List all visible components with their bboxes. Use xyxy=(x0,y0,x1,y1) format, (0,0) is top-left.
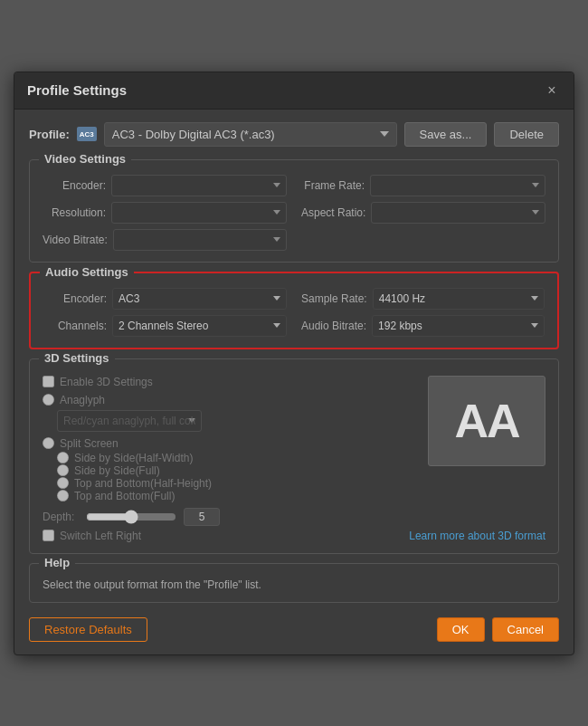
depth-row: Depth: xyxy=(43,508,396,526)
anaglyph-label: Anaglyph xyxy=(60,394,105,406)
3d-left: Enable 3D Settings Anaglyph Red/cyan ana… xyxy=(43,376,396,542)
title-bar: Profile Settings × xyxy=(14,72,574,110)
video-settings-grid: Encoder: Frame Rate: Resolution: Aspect … xyxy=(43,175,545,251)
footer-right: OK Cancel xyxy=(437,617,559,642)
top-bottom-full-radio[interactable] xyxy=(57,490,69,502)
anaglyph-radio[interactable] xyxy=(43,394,54,406)
audio-bitrate-select[interactable]: 192 kbps xyxy=(372,315,545,337)
cancel-button[interactable]: Cancel xyxy=(492,617,559,642)
delete-button[interactable]: Delete xyxy=(494,122,559,147)
video-settings-section: Video Settings Encoder: Frame Rate: Reso… xyxy=(29,159,559,263)
sample-rate-label: Sample Rate: xyxy=(301,292,367,305)
side-by-side-half-radio[interactable] xyxy=(57,452,69,463)
sample-rate-select[interactable]: 44100 Hz xyxy=(373,288,545,310)
video-bitrate-select[interactable] xyxy=(113,229,287,251)
help-title: Help xyxy=(39,556,75,569)
dialog-title: Profile Settings xyxy=(27,82,127,98)
3d-settings-title: 3D Settings xyxy=(39,351,115,365)
top-bottom-full-row: Top and Bottom(Full) xyxy=(57,490,396,502)
video-bitrate-row: Video Bitrate: xyxy=(43,229,287,251)
channels-row: Channels: 2 Channels Stereo xyxy=(43,315,287,337)
video-bitrate-label: Video Bitrate: xyxy=(43,234,108,246)
resolution-row: Resolution: xyxy=(43,202,287,224)
channels-label: Channels: xyxy=(43,320,107,332)
depth-value-input[interactable] xyxy=(184,508,220,526)
side-by-side-half-label: Side by Side(Half-Width) xyxy=(74,452,193,464)
aspect-ratio-select[interactable] xyxy=(371,202,545,224)
frame-rate-select[interactable] xyxy=(370,175,545,196)
anaglyph-radio-row: Anaglyph xyxy=(43,394,396,406)
encoder-select[interactable] xyxy=(111,175,287,196)
3d-preview: AA xyxy=(428,376,545,466)
save-as-button[interactable]: Save as... xyxy=(404,122,488,147)
aa-preview-text: AA xyxy=(454,394,518,448)
split-screen-label: Split Screen xyxy=(60,437,119,450)
video-settings-title: Video Settings xyxy=(39,152,131,166)
audio-encoder-row: Encoder: AC3 xyxy=(43,288,287,310)
sample-rate-row: Sample Rate: 44100 Hz xyxy=(301,288,545,310)
3d-content: Enable 3D Settings Anaglyph Red/cyan ana… xyxy=(43,376,545,542)
audio-bitrate-row: Audio Bitrate: 192 kbps xyxy=(301,315,545,337)
audio-settings-grid: Encoder: AC3 Sample Rate: 44100 Hz Chann… xyxy=(43,288,545,337)
aspect-ratio-row: Aspect Ratio: xyxy=(301,202,545,224)
3d-settings-section: 3D Settings Enable 3D Settings Anaglyph xyxy=(29,358,559,554)
top-bottom-full-label: Top and Bottom(Full) xyxy=(74,490,175,502)
channels-select[interactable]: 2 Channels Stereo xyxy=(112,315,287,337)
side-by-side-full-radio[interactable] xyxy=(57,464,69,476)
help-text: Select the output format from the "Profi… xyxy=(43,578,545,591)
close-button[interactable]: × xyxy=(543,81,561,100)
aspect-ratio-label: Aspect Ratio: xyxy=(301,206,365,219)
audio-settings-section: Audio Settings Encoder: AC3 Sample Rate:… xyxy=(29,272,559,349)
profile-label: Profile: xyxy=(29,128,70,141)
side-by-side-full-row: Side by Side(Full) xyxy=(57,464,396,477)
side-by-side-half-row: Side by Side(Half-Width) xyxy=(57,452,396,464)
audio-bitrate-label: Audio Bitrate: xyxy=(301,320,366,332)
footer-row: Restore Defaults OK Cancel xyxy=(29,612,559,642)
audio-encoder-select[interactable]: AC3 xyxy=(112,288,287,310)
audio-settings-title: Audio Settings xyxy=(40,265,134,279)
restore-defaults-button[interactable]: Restore Defaults xyxy=(29,617,147,642)
help-section: Help Select the output format from the "… xyxy=(29,563,559,603)
depth-slider[interactable] xyxy=(86,510,176,524)
switch-lr-label: Switch Left Right xyxy=(60,530,141,542)
profile-select[interactable]: AC3 - Dolby Digital AC3 (*.ac3) xyxy=(104,122,397,147)
side-by-side-full-label: Side by Side(Full) xyxy=(74,464,160,477)
audio-encoder-label: Encoder: xyxy=(43,292,107,305)
depth-label: Depth: xyxy=(43,511,79,523)
split-screen-radio-row: Split Screen xyxy=(43,437,396,450)
profile-settings-dialog: Profile Settings × Profile: AC3 AC3 - Do… xyxy=(14,72,574,655)
anaglyph-type-select[interactable]: Red/cyan anaglyph, full color xyxy=(57,410,202,432)
frame-rate-row: Frame Rate: xyxy=(301,175,545,196)
top-bottom-half-row: Top and Bottom(Half-Height) xyxy=(57,477,396,490)
encoder-label: Encoder: xyxy=(43,179,106,192)
encoder-row: Encoder: xyxy=(43,175,287,196)
enable-3d-checkbox[interactable] xyxy=(43,376,54,387)
profile-icon: AC3 xyxy=(77,127,97,141)
ok-button[interactable]: OK xyxy=(437,617,485,642)
enable-3d-label: Enable 3D Settings xyxy=(60,376,153,388)
learn-more-link[interactable]: Learn more about 3D format xyxy=(409,484,545,542)
top-bottom-half-radio[interactable] xyxy=(57,477,69,489)
resolution-select[interactable] xyxy=(111,202,287,224)
split-screen-radio[interactable] xyxy=(43,437,54,449)
3d-bottom-row: Switch Left Right xyxy=(43,530,396,542)
dialog-body: Profile: AC3 AC3 - Dolby Digital AC3 (*.… xyxy=(14,110,574,654)
enable-3d-row: Enable 3D Settings xyxy=(43,376,396,388)
profile-row: Profile: AC3 AC3 - Dolby Digital AC3 (*.… xyxy=(29,122,559,147)
switch-lr-row: Switch Left Right xyxy=(43,530,141,542)
frame-rate-label: Frame Rate: xyxy=(301,179,365,192)
switch-lr-checkbox[interactable] xyxy=(43,530,54,541)
resolution-label: Resolution: xyxy=(43,206,106,219)
top-bottom-half-label: Top and Bottom(Half-Height) xyxy=(74,477,212,490)
